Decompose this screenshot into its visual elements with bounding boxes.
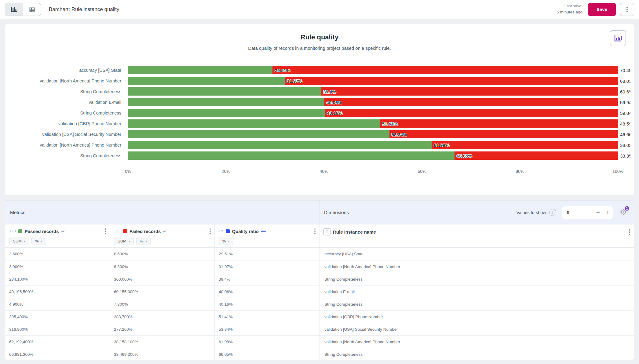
settings-gear-button[interactable]: ⚙ 1 bbox=[620, 208, 627, 217]
x-axis-tick-label: 20% bbox=[222, 169, 230, 174]
quality-ratio-bar-label: 53.34% bbox=[392, 132, 407, 137]
failed-bar-segment[interactable] bbox=[432, 141, 618, 149]
failed-bar-segment[interactable] bbox=[455, 151, 618, 160]
passed-bar-segment[interactable] bbox=[128, 109, 325, 117]
failed-bar-segment[interactable] bbox=[324, 98, 618, 106]
chart-view-toggle[interactable] bbox=[5, 3, 23, 16]
unit-chip[interactable]: %▾ bbox=[31, 237, 46, 245]
x-axis-tick-label: 100% bbox=[612, 169, 623, 174]
values-to-show-stepper: 9 − + bbox=[562, 206, 613, 219]
table-row: 234,100%360,000%39.4%String Completeness bbox=[5, 273, 634, 285]
cell-failed: 360,000% bbox=[110, 273, 215, 285]
table-row: 66,881,300%33,469,200%66.65%String Compl… bbox=[5, 348, 634, 360]
cell-failed: 7,300% bbox=[110, 298, 215, 310]
cell-passed: 66,881,300% bbox=[5, 348, 110, 360]
aggregation-chip[interactable]: SUM▾ bbox=[114, 237, 134, 245]
table-view-toggle[interactable] bbox=[23, 3, 41, 16]
passed-bar-segment[interactable] bbox=[128, 141, 432, 149]
passed-bar-segment[interactable] bbox=[128, 77, 285, 85]
increment-button[interactable]: + bbox=[603, 206, 613, 219]
cell-rule: String Completeness bbox=[320, 298, 634, 310]
last-save-label: Last save: bbox=[557, 3, 582, 9]
dimensions-panel-header: Dimensions Values to show i 9 − + ⚙ 1 bbox=[320, 201, 634, 224]
failed-bar-segment[interactable] bbox=[285, 77, 618, 85]
cell-rule: validation [GBR] Phone Number bbox=[320, 311, 634, 323]
table-row: 3,600%8,600%29.51%accuracy [USA] State bbox=[5, 248, 634, 260]
column-kebab-rule-name[interactable] bbox=[629, 229, 630, 235]
failed-bar-segment[interactable] bbox=[272, 66, 618, 74]
column-kebab-passed[interactable] bbox=[105, 228, 106, 234]
aggregation-chip[interactable]: SUM▾ bbox=[9, 237, 29, 245]
table-row: 62,192,400%38,158,100%61.98%validation [… bbox=[5, 335, 634, 348]
column-header-row: 123 Passed records SUM▾ %▾ 123 Failed re… bbox=[5, 224, 634, 248]
chevron-down-icon: ▾ bbox=[129, 239, 130, 243]
failed-ratio-edge-label: 59.94% bbox=[620, 100, 630, 105]
bar-chart-icon bbox=[11, 6, 17, 13]
chart-bar-row: validation E-mail40.06%59.94% bbox=[5, 98, 634, 106]
chart-category-label: validation [GBR] Phone Number bbox=[5, 121, 128, 126]
chart-category-label: validation [USA] Social Security Number bbox=[5, 132, 128, 137]
chart-card: Rule quality Data quality of records in … bbox=[5, 24, 634, 195]
failed-color-swatch bbox=[123, 229, 127, 233]
cell-ratio: 66.65% bbox=[215, 348, 320, 360]
ratio-color-swatch bbox=[226, 229, 230, 233]
chart-plot: accuracy [USA] State29.51%70.49%validati… bbox=[5, 66, 634, 160]
x-axis-tick-label: 0% bbox=[125, 169, 131, 174]
numeric-type-icon: 123 bbox=[9, 229, 16, 233]
unit-chip[interactable]: %▾ bbox=[219, 237, 233, 245]
failed-ratio-edge-label: 38.02% bbox=[620, 142, 630, 147]
cell-ratio: 31.97% bbox=[215, 260, 320, 273]
table-icon bbox=[28, 6, 35, 13]
quality-ratio-bar-label: 51.41% bbox=[382, 121, 398, 126]
chart-type-button[interactable] bbox=[610, 30, 626, 46]
values-to-show-label: Values to show bbox=[517, 210, 546, 215]
passed-bar-segment[interactable] bbox=[128, 130, 389, 138]
cell-passed: 62,192,400% bbox=[5, 336, 110, 348]
chart-bar-row: String Completeness39.4%60.6% bbox=[5, 87, 634, 96]
failed-ratio-edge-label: 70.49% bbox=[620, 67, 630, 73]
column-kebab-quality-ratio[interactable] bbox=[314, 228, 316, 234]
last-save-value: 5 minutes ago bbox=[557, 9, 582, 15]
failed-bar-segment[interactable] bbox=[380, 119, 618, 128]
passed-bar-segment[interactable] bbox=[128, 151, 455, 160]
sort-icon-active[interactable] bbox=[261, 229, 267, 233]
info-icon[interactable]: i bbox=[549, 209, 556, 216]
failed-bar-segment[interactable] bbox=[325, 109, 618, 117]
page-title: Barchart: Rule instance quality bbox=[49, 6, 119, 13]
header-kebab-button[interactable] bbox=[620, 3, 634, 16]
sort-icon[interactable] bbox=[163, 229, 169, 233]
passed-bar-segment[interactable] bbox=[128, 98, 324, 106]
failed-bar-segment[interactable] bbox=[321, 87, 618, 96]
decrement-button[interactable]: − bbox=[593, 206, 603, 219]
table-row: 40,195,500%60,155,000%40.06%validation E… bbox=[5, 285, 634, 298]
column-header-failed: 123 Failed records SUM▾ %▾ bbox=[110, 224, 215, 247]
column-header-passed: 123 Passed records SUM▾ %▾ bbox=[5, 224, 110, 247]
values-to-show-input[interactable]: 9 bbox=[562, 210, 593, 215]
sort-icon[interactable] bbox=[61, 229, 67, 233]
cell-ratio: 40.16% bbox=[215, 298, 320, 310]
x-axis-tick-label: 60% bbox=[418, 169, 426, 174]
column-header-rule-name: T Rule Instance name bbox=[320, 224, 634, 247]
column-kebab-failed[interactable] bbox=[210, 228, 211, 234]
quality-ratio-bar-label: 29.51% bbox=[275, 67, 290, 73]
unit-chip[interactable]: %▾ bbox=[136, 237, 151, 245]
failed-ratio-edge-label: 48.59% bbox=[620, 121, 630, 126]
metrics-dimensions-card: Metrics Dimensions Values to show i 9 − … bbox=[5, 200, 634, 360]
cell-passed: 4,900% bbox=[5, 298, 110, 310]
passed-bar-segment[interactable] bbox=[128, 119, 380, 128]
column-label-failed: Failed records bbox=[130, 229, 161, 234]
table-row: 305,400%288,700%51.41%validation [GBR] P… bbox=[5, 310, 634, 323]
cell-passed: 3,600% bbox=[5, 248, 110, 260]
cell-failed: 8,600% bbox=[110, 248, 215, 260]
save-button[interactable]: Save bbox=[588, 3, 616, 16]
cell-failed: 288,700% bbox=[110, 311, 215, 323]
quality-ratio-bar-label: 39.4% bbox=[323, 89, 336, 94]
failed-bar-segment[interactable] bbox=[389, 130, 618, 138]
top-bar: Barchart: Rule instance quality Last sav… bbox=[0, 0, 639, 19]
x-axis-tick-label: 80% bbox=[516, 169, 524, 174]
cell-ratio: 40.06% bbox=[215, 286, 320, 298]
passed-bar-segment[interactable] bbox=[128, 87, 321, 96]
column-label-passed: Passed records bbox=[25, 229, 59, 234]
passed-bar-segment[interactable] bbox=[128, 66, 272, 74]
failed-ratio-edge-label: 59.84% bbox=[620, 110, 630, 115]
